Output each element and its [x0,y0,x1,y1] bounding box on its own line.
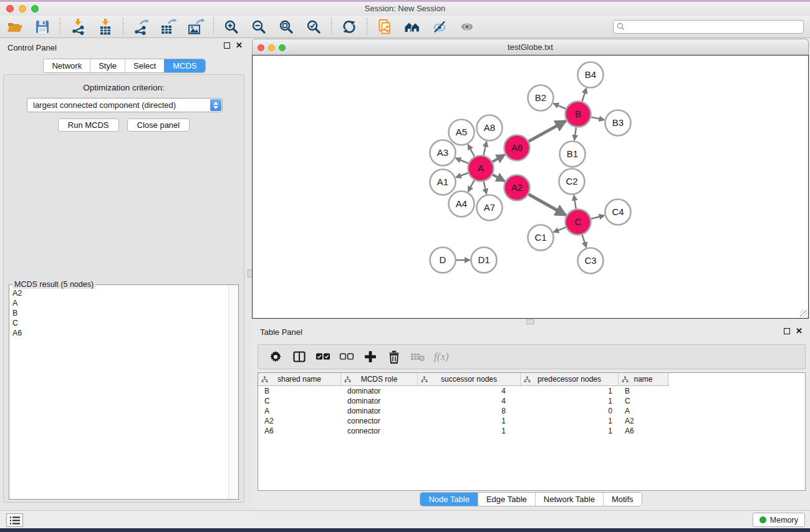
edge-A-A2[interactable] [493,175,504,181]
import-network-from-file-icon[interactable] [69,18,87,36]
hide-graphics-details-icon[interactable] [458,18,476,36]
node-B3[interactable]: B3 [605,110,631,136]
node-A4[interactable]: A4 [449,191,475,217]
edge-B-B2[interactable] [554,104,566,109]
zoom-selected-icon[interactable] [305,18,322,36]
network-window-titlebar[interactable]: testGlobe.txt [252,39,809,55]
node-C[interactable]: C [566,210,591,235]
column-header-shared-name[interactable]: shared name [258,373,341,385]
edge-A-A4[interactable] [468,180,475,191]
float-panel-icon[interactable] [224,42,230,49]
node-A6[interactable]: A6 [504,135,530,161]
column-header-successor-nodes[interactable]: successor nodes [418,373,521,385]
create-column-plus-icon[interactable] [363,349,378,364]
close-panel-button[interactable]: Close panel [127,118,190,132]
tab-motifs[interactable]: Motifs [603,493,642,506]
tab-edge-table[interactable]: Edge Table [478,493,535,506]
table-row[interactable]: A6connector11A6 [258,426,805,436]
mcds-result-item[interactable]: A [12,298,228,308]
tab-style[interactable]: Style [90,59,125,72]
node-table[interactable]: shared nameMCDS rolesuccessor nodesprede… [258,372,806,491]
tab-network[interactable]: Network [44,59,90,72]
edge-B-B4[interactable] [582,88,587,101]
mcds-result-item[interactable]: C [12,318,228,328]
tab-node-table[interactable]: Node Table [420,493,478,506]
node-D1[interactable]: D1 [471,248,497,273]
export-table-icon[interactable] [160,18,177,36]
mcds-result-item[interactable]: A2 [12,288,228,298]
split-columns-icon[interactable] [292,349,307,364]
zoom-out-icon[interactable] [250,18,268,36]
tab-select[interactable]: Select [125,59,164,72]
window-resize-grip[interactable] [800,310,808,317]
run-mcds-button[interactable]: Run MCDS [58,118,119,132]
node-B[interactable]: B [566,102,591,127]
node-A3[interactable]: A3 [430,140,456,166]
edge-C-C3[interactable] [582,235,587,248]
criterion-select[interactable]: largest connected component (directed) [27,98,223,112]
tab-mcds[interactable]: MCDS [164,59,205,72]
node-C4[interactable]: C4 [605,200,631,225]
column-header-MCDS-role[interactable]: MCDS role [341,373,418,385]
table-row[interactable]: Cdominator41C [258,396,805,406]
close-panel-icon[interactable]: ✕ [236,42,243,49]
edge-C-C1[interactable] [554,227,566,232]
node-A5[interactable]: A5 [449,120,475,145]
edge-C-C4[interactable] [591,216,604,219]
node-A2[interactable]: A2 [504,175,530,201]
table-settings-gear-icon[interactable] [268,349,283,364]
edge-A-A1[interactable] [456,173,468,177]
import-table-from-file-icon[interactable] [97,18,114,36]
node-C1[interactable]: C1 [528,225,554,251]
hide-columns-icon[interactable] [339,349,354,364]
table-row[interactable]: Bdominator41B [258,386,805,396]
show-columns-icon[interactable] [316,349,330,364]
edge-A2-C[interactable] [529,195,566,216]
edge-B-B3[interactable] [591,117,604,120]
fit-content-icon[interactable] [277,18,295,36]
node-B4[interactable]: B4 [578,62,604,88]
export-network-icon[interactable] [132,18,150,36]
search-input[interactable] [627,22,800,32]
show-graphics-details-icon[interactable] [431,18,448,36]
edge-A-A7[interactable] [484,181,486,194]
table-row[interactable]: A2connector11A2 [258,416,805,426]
task-history-button[interactable] [6,513,23,527]
table-row[interactable]: Adominator80A [258,406,805,416]
open-session-icon[interactable] [6,18,24,36]
search-field[interactable] [613,20,804,34]
edge-A-A5[interactable] [468,145,475,157]
column-header-name[interactable]: name [619,373,668,385]
node-B2[interactable]: B2 [528,85,554,111]
edge-A-A8[interactable] [484,142,487,155]
network-canvas[interactable]: B4B2BB3A8A5A6A3B1AA1C2A2A4A7C4CC1C3DD1 [252,55,809,319]
tab-network-table[interactable]: Network Table [535,493,603,506]
save-session-icon[interactable] [34,18,51,36]
mcds-result-item[interactable]: A6 [12,328,228,338]
edge-C-C2[interactable] [574,195,576,209]
node-A7[interactable]: A7 [477,195,503,221]
close-table-panel-icon[interactable]: ✕ [796,328,803,334]
node-C2[interactable]: C2 [559,169,585,195]
node-C3[interactable]: C3 [578,248,604,274]
edge-A-A6[interactable] [493,155,505,162]
node-A8[interactable]: A8 [477,115,503,141]
new-network-from-selection-icon[interactable] [376,18,393,36]
zoom-in-icon[interactable] [223,18,240,36]
node-D[interactable]: D [430,248,456,273]
apply-preferred-layout-icon[interactable] [340,18,358,36]
memory-button[interactable]: Memory [753,513,805,527]
edge-A6-B[interactable] [529,121,566,142]
result-scrollbar[interactable] [228,285,238,499]
edge-B-B1[interactable] [574,127,576,140]
node-B1[interactable]: B1 [560,142,586,167]
first-neighbors-icon[interactable] [403,18,421,36]
splitter-handle-horizontal[interactable] [526,319,534,324]
export-image-icon[interactable] [187,18,205,36]
node-A[interactable]: A [468,156,494,181]
mcds-result-item[interactable]: B [12,308,228,318]
edge-A-A3[interactable] [456,158,468,163]
column-header-predecessor-nodes[interactable]: predecessor nodes [521,373,619,385]
delete-column-trash-icon[interactable] [387,349,402,364]
float-table-panel-icon[interactable] [784,328,790,334]
